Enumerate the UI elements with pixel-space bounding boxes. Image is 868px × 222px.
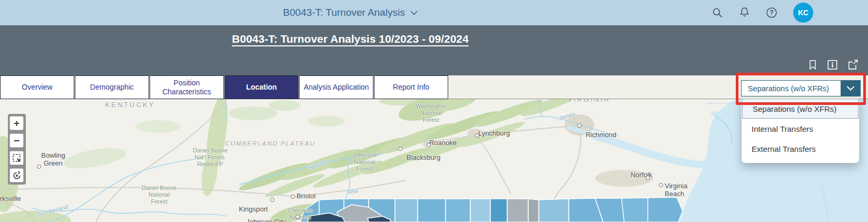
report-title: B0043-T: Turnover Analysis 10/2023 - 09/… — [0, 33, 701, 45]
county-shape[interactable] — [539, 199, 569, 222]
county-shape[interactable] — [395, 199, 418, 222]
measure-select-value: Separations (w/o XFRs) — [742, 81, 841, 96]
city-marker-lynchburg[interactable] — [475, 133, 479, 138]
city-marker-bristol[interactable] — [291, 195, 295, 199]
shell-title-text: B0043-T: Turnover Analysis — [283, 7, 405, 18]
county-shape[interactable] — [446, 199, 470, 222]
info-icon[interactable] — [827, 59, 838, 71]
box-zoom-icon — [12, 153, 22, 163]
report-toolbar — [807, 59, 859, 71]
choropleth-layer — [300, 197, 683, 222]
county-shape[interactable] — [648, 197, 683, 222]
help-icon[interactable]: ? — [766, 7, 777, 18]
shell-actions: ? KC — [712, 0, 813, 25]
city-marker-norfolk[interactable] — [646, 176, 650, 180]
city-marker-kingsport[interactable] — [270, 198, 274, 202]
avatar-initials: KC — [798, 8, 808, 17]
county-shape[interactable] — [418, 199, 446, 222]
tab-label: Location — [246, 83, 277, 91]
zoom-out-button[interactable]: − — [9, 133, 24, 148]
location-map[interactable]: KENTUCKY VIRGINIA CUMBERLAND PLATEAU Bow… — [0, 99, 868, 222]
tab-overview[interactable]: Overview — [0, 75, 74, 99]
zoom-out-label: − — [14, 135, 19, 147]
tab-bar: Overview Demographic Position Characteri… — [0, 75, 868, 99]
measure-select-arrow-button[interactable] — [841, 81, 860, 96]
tab-demographic[interactable]: Demographic — [75, 75, 149, 99]
reset-zoom-icon — [12, 170, 22, 181]
zoom-in-label: + — [14, 118, 19, 129]
chevron-down-icon — [410, 11, 418, 15]
tab-analysis-application[interactable]: Analysis Application — [299, 75, 373, 99]
tab-label: Demographic — [90, 83, 134, 91]
dropdown-option-internal-transfers[interactable]: Internal Transfers — [742, 119, 859, 139]
city-marker-bowling-green[interactable] — [37, 165, 41, 169]
chevron-down-icon — [846, 86, 855, 91]
county-shape[interactable] — [528, 199, 539, 222]
tab-label: Report Info — [393, 83, 429, 91]
box-zoom-button[interactable] — [9, 151, 24, 165]
measure-dropdown-list: Separations (w/o XFRs) Internal Transfer… — [742, 98, 859, 163]
shell-title-menu[interactable]: B0043-T: Turnover Analysis — [0, 0, 701, 25]
city-marker-roanoke[interactable] — [427, 143, 431, 147]
zoom-in-button[interactable]: + — [9, 116, 24, 130]
map-canvas[interactable] — [0, 99, 868, 222]
share-icon[interactable] — [847, 59, 859, 71]
search-icon[interactable] — [712, 7, 723, 18]
city-marker-johnson-city[interactable] — [295, 215, 300, 219]
tab-location[interactable]: Location — [224, 75, 299, 99]
measure-select[interactable]: Separations (w/o XFRs) — [741, 80, 861, 96]
notifications-bell-icon[interactable] — [739, 7, 750, 18]
dropdown-option-separations[interactable]: Separations (w/o XFRs) — [742, 99, 859, 119]
turnover-analysis-app: B0043-T: Turnover Analysis ? KC — [0, 0, 868, 222]
avatar[interactable]: KC — [793, 3, 813, 23]
county-shape[interactable] — [470, 199, 490, 222]
city-marker-virginia-beach[interactable] — [659, 183, 663, 187]
svg-text:?: ? — [770, 9, 773, 16]
tab-position-characteristics[interactable]: Position Characteristics — [150, 75, 224, 99]
county-shape[interactable] — [490, 199, 507, 222]
shell-bar: B0043-T: Turnover Analysis ? KC — [0, 0, 868, 25]
bookmark-icon[interactable] — [807, 59, 818, 71]
tab-label: Position Characteristics — [158, 79, 216, 95]
city-marker-blacksburg[interactable] — [398, 147, 402, 151]
tab-report-info[interactable]: Report Info — [374, 75, 448, 99]
city-marker-richmond[interactable] — [577, 123, 581, 128]
reset-zoom-button[interactable] — [9, 168, 24, 182]
tab-label: Analysis Application — [304, 83, 369, 91]
map-zoom-panel: + − — [8, 114, 26, 185]
report-header-band: B0043-T: Turnover Analysis 10/2023 - 09/… — [0, 25, 868, 75]
tab-label: Overview — [22, 83, 52, 91]
dropdown-option-external-transfers[interactable]: External Transfers — [742, 139, 859, 159]
county-shape[interactable] — [507, 199, 528, 222]
